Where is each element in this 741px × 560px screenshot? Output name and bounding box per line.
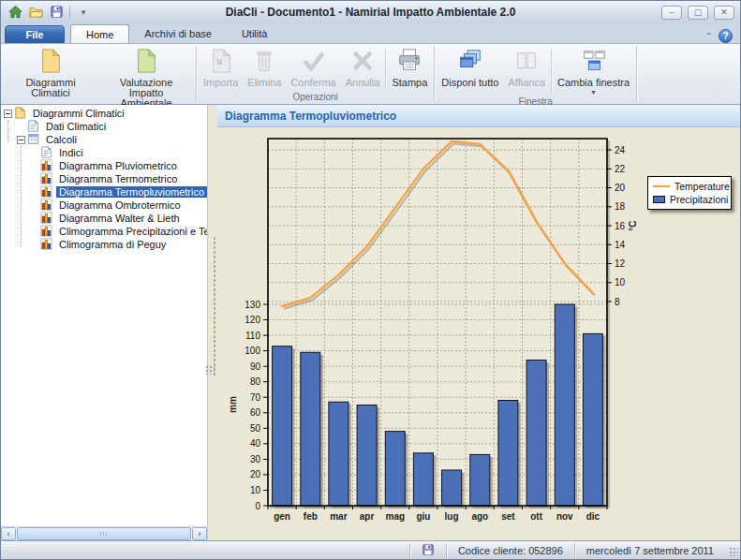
tree-item-diagramma-termometrico[interactable]: Diagramma Termometrico bbox=[1, 172, 207, 185]
button-label: Cambia finestra bbox=[557, 78, 630, 88]
qat-separator bbox=[69, 6, 70, 19]
tab-utilità[interactable]: Utilità bbox=[227, 24, 283, 43]
tree-item-diagramma-pluviometrico[interactable]: Diagramma Pluviometrico bbox=[1, 159, 207, 172]
button-separator bbox=[385, 49, 386, 88]
chart-area: 0102030405060708090100110120130810121416… bbox=[217, 127, 740, 540]
chart-bars-icon bbox=[40, 172, 52, 186]
scrollbar-thumb[interactable] bbox=[17, 527, 191, 540]
change-window-icon bbox=[581, 48, 607, 76]
maximize-button[interactable]: ▢ bbox=[688, 6, 708, 20]
chart-bars-icon bbox=[40, 185, 52, 199]
svg-text:12: 12 bbox=[615, 258, 626, 269]
svg-text:40: 40 bbox=[250, 438, 261, 449]
svg-text:gen: gen bbox=[274, 511, 290, 522]
svg-text:60: 60 bbox=[250, 407, 261, 418]
button-separator bbox=[551, 49, 552, 93]
tree-item-diagramma-ombrotermico[interactable]: Diagramma Ombrotermico bbox=[1, 199, 207, 212]
tree-item-diagramma-termopluviometrico[interactable]: Diagramma Termopluviometrico bbox=[1, 185, 207, 199]
svg-text:120: 120 bbox=[245, 315, 260, 325]
collapse-ribbon-icon[interactable]: ⌃ bbox=[705, 31, 713, 41]
open-file-button[interactable] bbox=[27, 4, 44, 21]
ribbon-tab-row: File HomeArchivi di baseUtilità ⌃ ? bbox=[1, 23, 740, 43]
customize-qat-button[interactable]: ▾ bbox=[75, 4, 92, 21]
svg-text:80: 80 bbox=[250, 376, 261, 387]
doc-data-icon bbox=[27, 120, 39, 134]
tab-archivi-di-base[interactable]: Archivi di base bbox=[129, 24, 227, 43]
group-caption: Finestra bbox=[437, 96, 634, 108]
tree-item-diagrammi-climatici[interactable]: Diagrammi Climatici bbox=[1, 107, 207, 120]
tree-item-climogramma-precipitazioni-e-temperature[interactable]: Climogramma Precipitazioni e Temperature bbox=[1, 225, 207, 238]
svg-text:14: 14 bbox=[615, 240, 626, 250]
svg-text:ago: ago bbox=[471, 511, 488, 522]
resize-grip[interactable] bbox=[727, 543, 740, 558]
svg-text:30: 30 bbox=[250, 454, 261, 464]
window-title: DiaCli - Documento1 - Namirial Impatto A… bbox=[1, 6, 740, 19]
client-code: Codice cliente: 052896 bbox=[447, 545, 574, 556]
svg-text:24: 24 bbox=[615, 145, 626, 155]
tree-item-dati-climatici[interactable]: Dati Climatici bbox=[1, 120, 207, 133]
doc-green-icon bbox=[133, 48, 159, 76]
svg-text:110: 110 bbox=[245, 331, 260, 341]
tree-horizontal-scrollbar[interactable]: ‹ › bbox=[1, 526, 207, 540]
printer-icon bbox=[396, 48, 422, 76]
dropdown-arrow-icon: ▾ bbox=[592, 88, 596, 96]
svg-text:70: 70 bbox=[250, 392, 261, 403]
tree-item-diagramma-walter-lieth[interactable]: Diagramma Walter & Lieth bbox=[1, 212, 207, 225]
minimize-button[interactable]: – bbox=[661, 6, 682, 20]
affianca-button[interactable]: Affianca bbox=[503, 45, 550, 96]
chart-legend: TemperaturePrecipitazioni bbox=[647, 176, 732, 210]
scroll-right-arrow[interactable]: › bbox=[192, 527, 207, 540]
svg-text:apr: apr bbox=[360, 511, 375, 522]
button-label: Diagrammi Climatici bbox=[7, 78, 94, 98]
button-label: Affianca bbox=[508, 78, 545, 88]
collapse-expander-icon[interactable] bbox=[16, 136, 26, 144]
chart-panel-header: Diagramma Termopluviometrico bbox=[217, 105, 740, 127]
ribbon-group-finestra: Disponi tuttoAffiancaCambia finestra▾Fin… bbox=[435, 44, 636, 104]
home-button[interactable] bbox=[7, 4, 23, 21]
svg-text:mm: mm bbox=[228, 396, 238, 413]
svg-text:100: 100 bbox=[245, 346, 260, 356]
tree-guide-line bbox=[7, 120, 8, 142]
annulla-button[interactable]: Annulla bbox=[341, 45, 385, 92]
svg-text:20: 20 bbox=[615, 183, 626, 193]
valutazione-impatto-ambientale-button[interactable]: Valutazione Impatto Ambientale bbox=[98, 45, 194, 109]
button-label: Importa bbox=[203, 78, 238, 88]
svg-text:130: 130 bbox=[245, 300, 260, 310]
file-menu-button[interactable]: File bbox=[5, 25, 65, 43]
legend-entry: Temperature bbox=[653, 180, 726, 193]
tree-item-climogramma-di-peguy[interactable]: Climogramma di Peguy bbox=[1, 238, 207, 251]
cambia-finestra-button[interactable]: Cambia finestra▾ bbox=[553, 45, 634, 96]
cascade-windows-icon bbox=[457, 48, 483, 76]
panel-splitter[interactable] bbox=[208, 105, 217, 540]
svg-text:50: 50 bbox=[250, 423, 261, 434]
tree-item-label: Climogramma Precipitazioni e Temperature bbox=[56, 226, 207, 237]
diagrammi-climatici-button[interactable]: Diagrammi Climatici bbox=[3, 45, 98, 109]
tree-item-label: Dati Climatici bbox=[43, 121, 109, 132]
temperature-line-swatch bbox=[653, 185, 670, 187]
conferma-button[interactable]: Conferma bbox=[286, 45, 340, 92]
tree-item-label: Diagramma Ombrotermico bbox=[56, 199, 184, 211]
status-bar: Codice cliente: 052896 mercoledì 7 sette… bbox=[1, 540, 740, 559]
tab-home[interactable]: Home bbox=[70, 24, 129, 43]
tab-row-right: ⌃ ? bbox=[705, 29, 740, 43]
help-icon[interactable]: ? bbox=[719, 29, 733, 43]
tree-item-calcoli[interactable]: Calcoli bbox=[1, 133, 207, 146]
svg-text:0: 0 bbox=[255, 501, 260, 511]
svg-text:nov: nov bbox=[556, 511, 573, 522]
importa-button[interactable]: Importa bbox=[199, 45, 243, 92]
elimina-button[interactable]: Elimina bbox=[243, 45, 286, 92]
tree-item-label: Diagramma Termopluviometrico bbox=[56, 186, 207, 198]
stampa-button[interactable]: Stampa bbox=[387, 45, 432, 92]
button-label: Conferma bbox=[290, 78, 335, 88]
close-button[interactable]: ✕ bbox=[714, 6, 734, 20]
collapse-expander-icon[interactable] bbox=[3, 110, 13, 118]
tree-item-indici[interactable]: Indici bbox=[1, 146, 207, 159]
tree-item-label: Diagramma Termometrico bbox=[56, 173, 180, 184]
legend-entry: Precipitazioni bbox=[653, 193, 726, 206]
save-button[interactable] bbox=[48, 4, 65, 21]
scroll-left-arrow[interactable]: ‹ bbox=[1, 527, 16, 540]
disponi-tutto-button[interactable]: Disponi tutto bbox=[437, 45, 503, 96]
svg-text:16: 16 bbox=[615, 221, 626, 231]
button-label: Stampa bbox=[392, 78, 427, 88]
doc-yellow-icon bbox=[37, 48, 64, 76]
